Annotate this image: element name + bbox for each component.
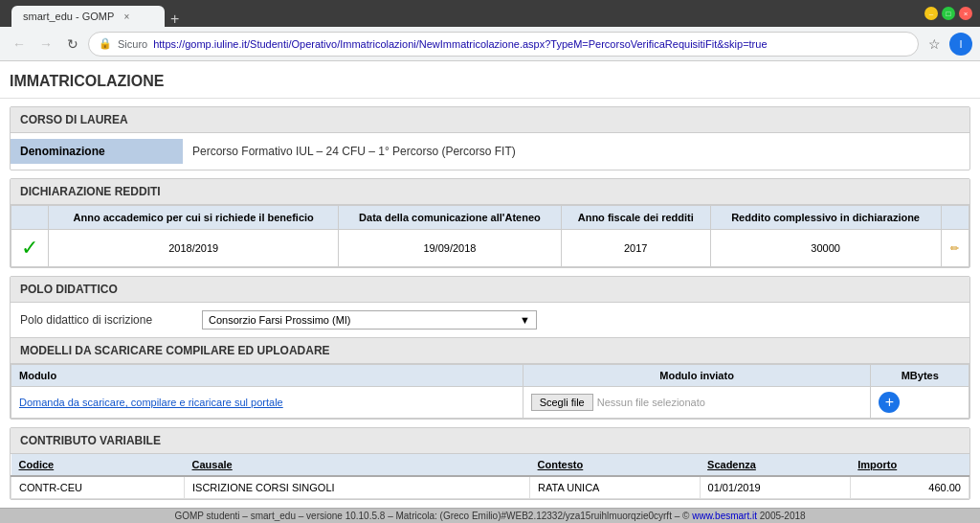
navigation-bar: ← → ↻ 🔒 Sicuro https://gomp.iuline.it/St… [0,27,980,61]
modulo-cell: Domanda da scaricare, compilare e ricari… [11,387,523,419]
mbytes-cell: + [871,387,969,419]
col-anno-fiscale: Anno fiscale dei redditi [561,206,710,230]
polo-select[interactable]: Consorzio Farsi Prossimo (MI) ▼ [202,310,537,330]
window-controls: – □ × [924,7,972,20]
file-placeholder: Nessun file selezionato [597,397,705,408]
check-cell: ✓ [11,230,49,267]
choose-file-button[interactable]: Scegli file [531,394,593,411]
col-codice: Codice [11,454,185,476]
modelli-col-mbytes: MBytes [871,365,969,387]
polo-didattico-section: POLO DIDATTICO Polo didattico di iscrizi… [10,276,970,420]
col-check [11,206,49,230]
col-contesto: Contesto [530,454,701,476]
dichiarazione-row: ✓ 2018/2019 19/09/2018 2017 30000 ✏ [11,230,969,267]
browser-tab[interactable]: smart_edu - GOMP × [11,6,165,27]
denominazione-value: Percorso Formativo IUL – 24 CFU – 1° Per… [183,139,525,164]
minimize-button[interactable]: – [924,7,938,20]
dichiarazione-table: Anno accademico per cui si richiede il b… [11,205,969,267]
modelli-table: Modulo Modulo inviato MBytes Domanda da … [11,364,969,419]
contributo-variabile-section: CONTRIBUTO VARIABILE Codice Causale Cont… [10,427,970,500]
denominazione-label: Denominazione [11,139,183,164]
modelli-row: Domanda da scaricare, compilare e ricari… [11,387,969,419]
url-text: https://gomp.iuline.it/Studenti/Operativ… [153,38,767,50]
modelli-col-inviato: Modulo inviato [523,365,871,387]
add-file-button[interactable]: + [879,392,900,413]
bookmark-button[interactable]: ☆ [923,33,946,56]
chevron-down-icon: ▼ [520,314,530,326]
contributo-table: Codice Causale Contesto Scadenza Importo… [11,454,969,499]
file-input-area: Scegli file Nessun file selezionato [531,394,863,411]
dichiarazione-redditi-section: DICHIARAZIONE REDDITI Anno accademico pe… [10,178,970,268]
close-button[interactable]: × [959,7,972,20]
polo-select-value: Consorzio Farsi Prossimo (MI) [209,314,351,326]
importo-cell: 460.00 [850,476,969,499]
page-content: IMMATRICOLAZIONE CORSO DI LAUREA Denomin… [0,61,980,508]
col-reddito: Reddito complessivo in dichiarazione [710,206,941,230]
edit-cell: ✏ [941,230,969,267]
modelli-header: MODELLI DA SCARICARE COMPILARE ED UPLOAD… [11,337,969,364]
modulo-inviato-cell: Scegli file Nessun file selezionato [523,387,871,419]
tab-title: smart_edu - GOMP [23,11,114,22]
status-link[interactable]: www.besmart.it [692,511,757,521]
polo-didattico-header: POLO DIDATTICO [11,277,969,303]
corso-di-laurea-section: CORSO DI LAUREA Denominazione Percorso F… [10,106,970,171]
check-icon: ✓ [21,236,38,260]
page-title: IMMATRICOLAZIONE [0,61,980,99]
status-text: GOMP studenti – smart_edu – versione 10.… [174,511,692,521]
title-bar: smart_edu - GOMP × + – □ × [0,0,980,27]
dichiarazione-redditi-header: DICHIARAZIONE REDDITI [11,179,969,205]
status-year: 2005-2018 [757,511,806,521]
contesto-cell: RATA UNICA [530,476,701,499]
refresh-button[interactable]: ↻ [61,33,84,56]
contributo-row: CONTR-CEU ISCRIZIONE CORSI SINGOLI RATA … [11,476,969,499]
col-importo: Importo [850,454,969,476]
codice-cell: CONTR-CEU [11,476,185,499]
corso-di-laurea-header: CORSO DI LAUREA [11,107,969,133]
modelli-subsection: MODELLI DA SCARICARE COMPILARE ED UPLOAD… [11,337,969,419]
maximize-button[interactable]: □ [942,7,955,20]
col-causale: Causale [185,454,530,476]
polo-row: Polo didattico di iscrizione Consorzio F… [11,303,969,337]
contributo-variabile-header: CONTRIBUTO VARIABILE [11,428,969,454]
col-anno-acc: Anno accademico per cui si richiede il b… [49,206,338,230]
causale-cell: ISCRIZIONE CORSI SINGOLI [185,476,530,499]
profile-button[interactable]: I [949,33,972,56]
anno-acc-cell: 2018/2019 [49,230,338,267]
tab-close-button[interactable]: × [120,10,133,23]
scadenza-cell: 01/01/2019 [700,476,850,499]
anno-fiscale-cell: 2017 [561,230,710,267]
edit-icon[interactable]: ✏ [950,242,959,254]
data-comunicazione-cell: 19/09/2018 [338,230,561,267]
col-scadenza: Scadenza [700,454,850,476]
reddito-cell: 30000 [710,230,941,267]
col-actions [941,206,969,230]
page-wrapper: IMMATRICOLAZIONE CORSO DI LAUREA Denomin… [0,61,980,523]
forward-button[interactable]: → [34,33,57,56]
lock-label: Sicuro [118,38,147,50]
lock-icon: 🔒 [99,37,112,50]
address-bar[interactable]: 🔒 Sicuro https://gomp.iuline.it/Studenti… [88,32,919,57]
modulo-link[interactable]: Domanda da scaricare, compilare e ricari… [19,397,283,408]
back-button[interactable]: ← [8,33,31,56]
status-bar: GOMP studenti – smart_edu – versione 10.… [0,508,980,523]
modelli-col-modulo: Modulo [11,365,523,387]
new-tab-button[interactable]: + [165,11,185,27]
col-data-com: Data della comunicazione all'Ateneo [338,206,561,230]
denominazione-row: Denominazione Percorso Formativo IUL – 2… [11,133,969,170]
polo-label: Polo didattico di iscrizione [20,313,192,327]
